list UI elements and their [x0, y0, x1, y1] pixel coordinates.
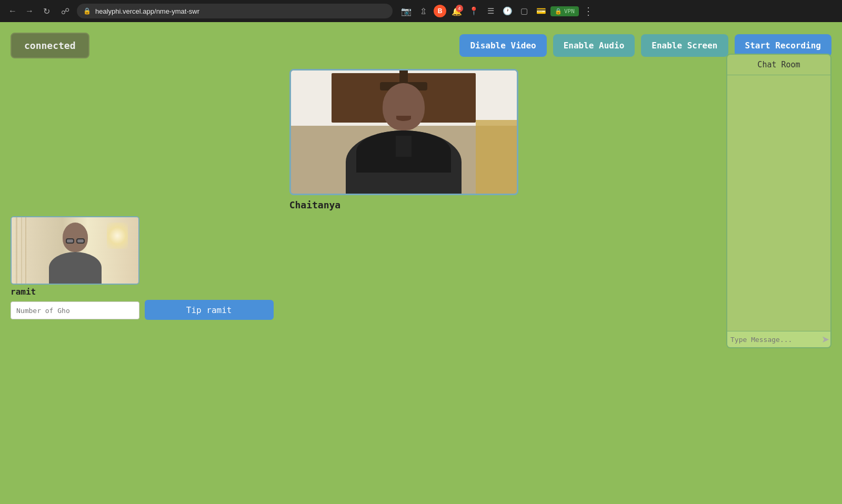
- wall-line-3: [25, 217, 26, 284]
- forward-button[interactable]: →: [22, 4, 37, 18]
- chat-room: Chat Room ➤: [726, 54, 831, 348]
- menu-button[interactable]: ⋮: [581, 4, 596, 18]
- connected-label: connected: [24, 40, 76, 51]
- url-input[interactable]: [95, 7, 386, 15]
- glasses-left: [66, 238, 74, 244]
- notification-icon[interactable]: 🔔: [449, 4, 464, 18]
- browser-chrome: ← → ↻ ☍ 🔒 📷 ⇫ B 🔔 📍 ☰ 🕐 ▢ 💳 🔒 VPN ⋮: [0, 0, 842, 22]
- main-person: [346, 83, 462, 194]
- header-bar: connected Disable Video Enable Audio Ena…: [11, 33, 831, 58]
- light-source: [107, 223, 128, 249]
- share-icon[interactable]: ⇫: [416, 4, 430, 18]
- location-icon[interactable]: 📍: [466, 4, 481, 18]
- wallet-icon[interactable]: 💳: [534, 4, 548, 18]
- main-video-container: Chaitanya: [289, 69, 518, 210]
- main-video-name: Chaitanya: [289, 199, 518, 210]
- main-video: [289, 69, 518, 195]
- left-panel: ramit Tip ramit: [11, 69, 274, 320]
- bookmark-button[interactable]: ☍: [58, 4, 73, 18]
- page-content: connected Disable Video Enable Audio Ena…: [0, 22, 842, 504]
- send-button[interactable]: ➤: [819, 334, 831, 345]
- extensions-icon[interactable]: ☰: [483, 4, 498, 18]
- tip-button[interactable]: Tip ramit: [145, 300, 274, 320]
- vpn-icon: 🔒: [555, 8, 562, 15]
- beard: [396, 116, 411, 121]
- history-icon[interactable]: 🕐: [500, 4, 515, 18]
- curtain: [476, 120, 516, 194]
- lock-icon: 🔒: [83, 7, 91, 15]
- wall-line-2: [21, 217, 22, 284]
- small-head: [63, 223, 88, 252]
- reload-button[interactable]: ↻: [39, 4, 54, 18]
- back-button[interactable]: ←: [5, 4, 20, 18]
- tip-input[interactable]: [11, 301, 139, 319]
- chat-room-title: Chat Room: [727, 55, 830, 75]
- small-video: [11, 216, 139, 285]
- small-body: [49, 252, 102, 284]
- main-jacket: [356, 130, 451, 173]
- reader-icon[interactable]: ▢: [517, 4, 532, 18]
- video-section: ramit Tip ramit: [11, 69, 831, 320]
- brave-logo: B: [434, 5, 446, 17]
- main-body: [346, 130, 462, 194]
- brave-shield-icon[interactable]: B: [433, 4, 447, 18]
- main-head: [383, 83, 425, 130]
- wall-line-1: [16, 217, 17, 284]
- enable-audio-button[interactable]: Enable Audio: [553, 34, 635, 57]
- connected-badge: connected: [11, 33, 89, 58]
- chat-messages: [727, 75, 830, 331]
- enable-screen-button[interactable]: Enable Screen: [641, 34, 728, 57]
- jacket-front: [396, 136, 412, 157]
- chat-input[interactable]: [730, 336, 819, 344]
- chat-input-area: ➤: [727, 331, 830, 347]
- small-person: [49, 223, 102, 284]
- vpn-label: VPN: [564, 8, 575, 15]
- nav-buttons: ← → ↻: [5, 4, 54, 18]
- browser-actions: 📷 ⇫ B 🔔 📍 ☰ 🕐 ▢ 💳 🔒 VPN ⋮: [399, 4, 596, 18]
- small-video-name: ramit: [11, 287, 274, 297]
- address-bar: 🔒: [77, 4, 393, 18]
- glasses-right: [76, 238, 85, 244]
- small-video-inner: [12, 217, 138, 284]
- disable-video-button[interactable]: Disable Video: [459, 34, 546, 57]
- small-video-wrapper: ramit Tip ramit: [11, 216, 274, 320]
- camera-icon[interactable]: 📷: [399, 4, 414, 18]
- vpn-badge[interactable]: 🔒 VPN: [550, 6, 579, 16]
- main-video-inner: [291, 70, 517, 194]
